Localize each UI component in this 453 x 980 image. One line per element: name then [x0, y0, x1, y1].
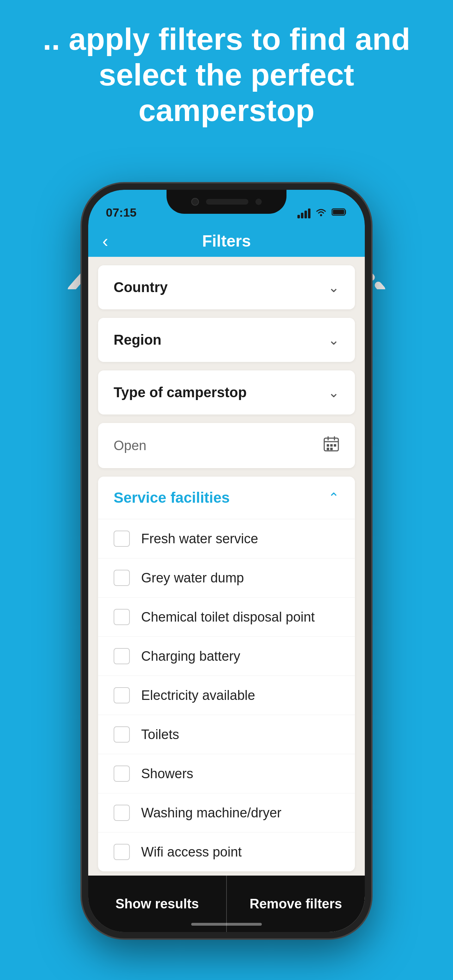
checkbox-grey-water[interactable] — [114, 570, 130, 586]
status-bar: 07:15 — [88, 190, 365, 225]
status-icons — [297, 207, 347, 220]
service-item-chemical-toilet[interactable]: Chemical toilet disposal point — [98, 598, 355, 637]
checkbox-showers[interactable] — [114, 765, 130, 782]
label-toilets: Toilets — [141, 727, 179, 742]
region-filter-label: Region — [114, 332, 162, 348]
svg-rect-2 — [333, 210, 344, 215]
phone-frame: 07:15 — [82, 183, 371, 939]
service-item-electricity[interactable]: Electricity available — [98, 676, 355, 715]
filters-content: Country ⌄ Region ⌄ Type of camperstop ⌄ … — [88, 257, 365, 932]
svg-rect-8 — [330, 444, 333, 447]
checkbox-chemical-toilet[interactable] — [114, 609, 130, 625]
checkbox-washing-machine[interactable] — [114, 805, 130, 821]
label-electricity: Electricity available — [141, 688, 255, 703]
sensor — [256, 199, 262, 205]
svg-point-0 — [320, 214, 322, 216]
service-item-fresh-water[interactable]: Fresh water service — [98, 519, 355, 558]
checkbox-toilets[interactable] — [114, 726, 130, 743]
region-filter[interactable]: Region ⌄ — [98, 318, 355, 362]
signal-icon — [297, 208, 310, 218]
phone-screen: 07:15 — [88, 190, 365, 932]
battery-icon — [332, 208, 347, 219]
service-facilities-header[interactable]: Service facilities ⌃ — [98, 477, 355, 519]
home-indicator — [191, 923, 262, 926]
country-filter[interactable]: Country ⌄ — [98, 265, 355, 309]
nav-bar: ‹ Filters — [88, 225, 365, 257]
camperstop-type-chevron-icon: ⌄ — [328, 385, 339, 400]
page-title: Filters — [202, 231, 251, 250]
label-charging-battery: Charging battery — [141, 649, 240, 664]
checkbox-fresh-water[interactable] — [114, 531, 130, 547]
svg-rect-7 — [327, 444, 329, 447]
hero-text: .. apply filters to find and select the … — [0, 21, 453, 129]
service-item-grey-water[interactable]: Grey water dump — [98, 558, 355, 598]
service-item-toilets[interactable]: Toilets — [98, 715, 355, 754]
label-grey-water: Grey water dump — [141, 570, 244, 585]
label-fresh-water: Fresh water service — [141, 531, 258, 546]
svg-rect-11 — [330, 448, 333, 450]
country-filter-label: Country — [114, 279, 168, 295]
service-facilities-chevron-icon: ⌃ — [328, 490, 339, 506]
service-item-showers[interactable]: Showers — [98, 754, 355, 793]
speaker — [206, 199, 248, 205]
calendar-icon — [323, 436, 339, 455]
region-chevron-icon: ⌄ — [328, 332, 339, 348]
service-item-wifi[interactable]: Wifi access point — [98, 832, 355, 871]
country-chevron-icon: ⌄ — [328, 280, 339, 295]
label-showers: Showers — [141, 766, 193, 781]
wifi-icon — [315, 207, 327, 220]
svg-rect-9 — [334, 444, 336, 447]
label-washing-machine: Washing machine/dryer — [141, 805, 281, 821]
open-filter-label: Open — [114, 438, 146, 453]
open-filter[interactable]: Open — [98, 423, 355, 468]
label-chemical-toilet: Chemical toilet disposal point — [141, 609, 315, 625]
checkbox-wifi[interactable] — [114, 844, 130, 860]
service-item-washing-machine[interactable]: Washing machine/dryer — [98, 793, 355, 832]
label-wifi: Wifi access point — [141, 845, 242, 860]
camperstop-type-filter[interactable]: Type of camperstop ⌄ — [98, 371, 355, 415]
status-time: 07:15 — [106, 206, 137, 220]
camperstop-type-label: Type of camperstop — [114, 385, 246, 400]
checkbox-electricity[interactable] — [114, 687, 130, 703]
front-camera — [191, 198, 199, 206]
back-button[interactable]: ‹ — [102, 231, 108, 251]
service-facilities-section: Service facilities ⌃ Fresh water service… — [98, 477, 355, 871]
service-item-charging-battery[interactable]: Charging battery — [98, 637, 355, 676]
service-facilities-title: Service facilities — [114, 489, 230, 506]
svg-rect-10 — [327, 448, 329, 450]
checkbox-charging-battery[interactable] — [114, 648, 130, 664]
notch — [167, 190, 286, 214]
